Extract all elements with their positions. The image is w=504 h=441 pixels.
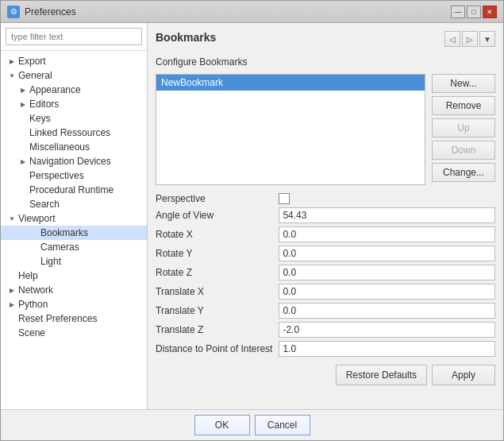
change-button[interactable]: Change...: [432, 163, 495, 182]
restore-defaults-button[interactable]: Restore Defaults: [336, 365, 427, 385]
sidebar-label-search: Search: [29, 199, 60, 210]
sidebar-label-procedural-runtime: Procedural Runtime: [29, 184, 113, 195]
maximize-button[interactable]: □: [467, 6, 481, 18]
main-panel: Bookmarks ◁ ▷ ▼ Configure Bookmarks NewB…: [148, 23, 503, 409]
apply-button[interactable]: Apply: [432, 365, 495, 385]
sidebar-item-perspectives[interactable]: Perspectives: [1, 168, 147, 183]
sidebar-label-general: General: [18, 70, 52, 81]
sidebar-label-export: Export: [18, 56, 46, 67]
sidebar-label-editors: Editors: [29, 99, 59, 110]
bottom-actions: Restore Defaults Apply: [156, 365, 495, 385]
content-area: ▶Export▼General▶Appearance▶EditorsKeysLi…: [1, 23, 503, 409]
sidebar-item-search[interactable]: Search: [1, 197, 147, 211]
filter-input[interactable]: [6, 28, 142, 45]
panel-header-row: Bookmarks ◁ ▷ ▼: [156, 31, 495, 53]
sidebar-label-reset-prefs: Reset Preferences: [18, 313, 97, 324]
sidebar-item-appearance[interactable]: ▶Appearance: [1, 83, 147, 97]
sidebar-label-cameras: Cameras: [40, 242, 79, 253]
title-bar-left: ⚙ Preferences: [7, 6, 76, 18]
tree-arrow-export: ▶: [7, 56, 17, 66]
sidebar-item-scene[interactable]: Scene: [1, 326, 147, 340]
filter-box: [1, 23, 147, 51]
prop-value-rotate-z[interactable]: [279, 265, 495, 280]
sidebar-item-linked-resources[interactable]: Linked Ressources: [1, 126, 147, 140]
sidebar-item-reset-prefs[interactable]: Reset Preferences: [1, 311, 147, 326]
close-button[interactable]: ✕: [483, 6, 497, 18]
sidebar-item-export[interactable]: ▶Export: [1, 54, 147, 68]
sidebar-label-viewport: Viewport: [18, 213, 55, 224]
title-bar: ⚙ Preferences — □ ✕: [1, 1, 503, 23]
tree-arrow-general: ▼: [7, 71, 17, 80]
tree-arrow-reset-prefs: [7, 314, 17, 323]
sidebar-item-cameras[interactable]: Cameras: [1, 240, 147, 254]
dropdown-button[interactable]: ▼: [479, 31, 495, 47]
tree-arrow-editors: ▶: [18, 99, 28, 109]
sidebar-item-general[interactable]: ▼General: [1, 68, 147, 83]
minimize-button[interactable]: —: [451, 6, 465, 18]
prop-value-perspective[interactable]: [279, 193, 290, 204]
tree-arrow-keys: [18, 114, 28, 123]
new-button[interactable]: New...: [432, 74, 495, 93]
ok-button[interactable]: OK: [194, 415, 250, 435]
tree-arrow-procedural-runtime: [18, 185, 28, 195]
prop-label-angle-of-view: Angle of View: [156, 210, 272, 221]
sidebar-label-network: Network: [18, 284, 53, 296]
sidebar-item-python[interactable]: ▶Python: [1, 297, 147, 311]
sidebar-item-miscellaneous[interactable]: Miscellaneous: [1, 140, 147, 154]
sidebar-item-network[interactable]: ▶Network: [1, 283, 147, 297]
sidebar-label-keys: Keys: [29, 113, 51, 124]
tree-arrow-viewport: ▼: [7, 214, 17, 223]
tree-arrow-search: [18, 199, 28, 209]
prop-label-rotate-z: Rotate Z: [156, 267, 272, 278]
sidebar-item-nav-devices[interactable]: ▶Navigation Devices: [1, 154, 147, 168]
up-button[interactable]: Up: [432, 118, 495, 137]
sidebar-label-light: Light: [40, 256, 61, 267]
bookmarks-area: NewBookmark New... Remove Up Down Change…: [156, 74, 495, 185]
sidebar-label-nav-devices: Navigation Devices: [29, 156, 111, 167]
tree-arrow-light: [29, 257, 39, 266]
sidebar-item-light[interactable]: Light: [1, 254, 147, 269]
tree-arrow-nav-devices: ▶: [18, 157, 28, 166]
sidebar-item-editors[interactable]: ▶Editors: [1, 97, 147, 111]
tree: ▶Export▼General▶Appearance▶EditorsKeysLi…: [1, 51, 147, 409]
prop-value-translate-x[interactable]: [279, 284, 495, 300]
title-controls: — □ ✕: [451, 6, 497, 18]
properties-grid: PerspectiveAngle of ViewRotate XRotate Y…: [156, 193, 495, 357]
tree-arrow-help: [7, 271, 17, 280]
sidebar-label-perspectives: Perspectives: [29, 170, 84, 181]
sidebar-item-viewport[interactable]: ▼Viewport: [1, 211, 147, 226]
prop-value-translate-y[interactable]: [279, 303, 495, 319]
tree-arrow-cameras: [29, 242, 39, 252]
prop-value-angle-of-view[interactable]: [279, 207, 495, 223]
sidebar-item-keys[interactable]: Keys: [1, 111, 147, 126]
sidebar-item-help[interactable]: Help: [1, 269, 147, 283]
sidebar-item-procedural-runtime[interactable]: Procedural Runtime: [1, 183, 147, 197]
prop-label-rotate-x: Rotate X: [156, 229, 272, 240]
cancel-button[interactable]: Cancel: [255, 415, 310, 435]
configure-label: Configure Bookmarks: [156, 56, 495, 68]
prop-value-rotate-y[interactable]: [279, 246, 495, 261]
forward-button[interactable]: ▷: [462, 31, 478, 47]
back-button[interactable]: ◁: [444, 31, 460, 47]
panel-toolbar: ◁ ▷ ▼: [444, 31, 495, 47]
sidebar-item-bookmarks[interactable]: Bookmarks: [1, 226, 147, 240]
down-button[interactable]: Down: [432, 141, 495, 160]
bookmark-item-new-bookmark[interactable]: NewBookmark: [156, 75, 425, 91]
bookmarks-list[interactable]: NewBookmark: [156, 74, 425, 185]
sidebar-label-bookmarks: Bookmarks: [40, 227, 88, 238]
preferences-window: ⚙ Preferences — □ ✕ ▶Export▼General▶Appe…: [0, 0, 504, 441]
sidebar-label-scene: Scene: [18, 327, 45, 338]
prop-label-translate-z: Translate Z: [156, 324, 272, 335]
remove-button[interactable]: Remove: [432, 96, 495, 115]
prop-label-rotate-y: Rotate Y: [156, 248, 272, 259]
sidebar: ▶Export▼General▶Appearance▶EditorsKeysLi…: [1, 23, 148, 409]
tree-arrow-python: ▶: [7, 300, 17, 309]
sidebar-label-miscellaneous: Miscellaneous: [29, 141, 90, 153]
prop-value-rotate-x[interactable]: [279, 226, 495, 242]
prop-value-dist-to-poi[interactable]: [279, 341, 495, 357]
tree-arrow-linked-resources: [18, 128, 28, 137]
sidebar-label-appearance: Appearance: [29, 84, 81, 95]
bookmarks-buttons: New... Remove Up Down Change...: [432, 74, 495, 185]
dialog-footer: OK Cancel: [1, 409, 503, 440]
prop-value-translate-z[interactable]: [279, 322, 495, 338]
